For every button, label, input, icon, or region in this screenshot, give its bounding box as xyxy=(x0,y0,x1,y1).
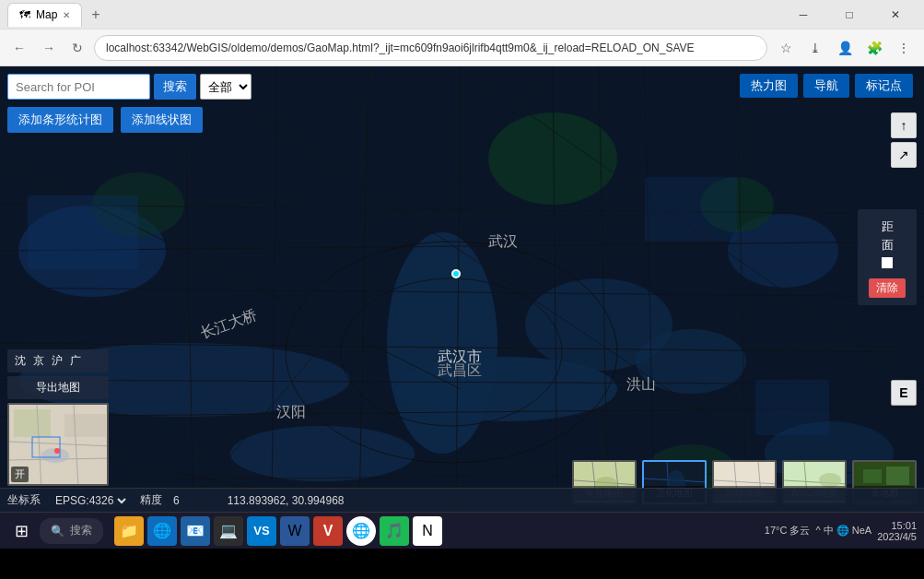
svg-text:长江大桥: 长江大桥 xyxy=(198,306,259,341)
svg-line-18 xyxy=(184,66,193,512)
svg-text:武汉: 武汉 xyxy=(488,233,518,249)
svg-text:洪山: 洪山 xyxy=(626,376,656,392)
compass-button[interactable]: E xyxy=(891,380,917,406)
browser-chrome: 🗺 Map ✕ + ─ □ ✕ ← → ↻ ☆ ⤓ 👤 🧩 ⋮ xyxy=(0,0,924,66)
map-marker[interactable] xyxy=(451,269,461,278)
taskbar-icon-file[interactable]: 📁 xyxy=(114,516,144,546)
tab-title: Map xyxy=(36,8,57,21)
svg-point-3 xyxy=(230,426,415,481)
taskbar-app-icons: 📁 🌐 📧 💻 VS W V 🌐 🎵 N xyxy=(114,516,442,546)
layer-switcher: 沈 京 沪 广 xyxy=(7,349,109,372)
taskbar-icon-word[interactable]: W xyxy=(280,516,310,546)
top-nav-buttons: 热力图 导航 标记点 xyxy=(740,74,913,98)
crs-select[interactable]: EPSG:4326 EPSG:3857 xyxy=(52,493,129,508)
taskbar-icon-vscode[interactable]: VS xyxy=(247,516,276,546)
download-icon[interactable]: ⤓ xyxy=(802,35,828,61)
svg-point-79 xyxy=(54,448,60,454)
start-btn[interactable]: ⊞ xyxy=(7,517,36,545)
indicator-square xyxy=(882,257,893,268)
refresh-btn[interactable]: ↻ xyxy=(66,37,88,59)
taskbar: ⊞ 🔍 搜索 📁 🌐 📧 💻 VS W V 🌐 🎵 N 17°C 多云 ^ 中 … xyxy=(0,512,924,549)
taskbar-icon-v[interactable]: V xyxy=(313,516,343,546)
tab-favicon: 🗺 xyxy=(19,8,30,21)
svg-point-9 xyxy=(488,112,617,205)
profile-icon[interactable]: 👤 xyxy=(832,35,858,61)
poi-filter-select[interactable]: 全部 餐饮 酒店 景点 xyxy=(200,74,251,100)
taskbar-clock[interactable]: 15:01 2023/4/5 xyxy=(877,520,917,542)
taskbar-search-icon: 🔍 xyxy=(51,525,64,538)
precision-label: 精度 xyxy=(140,492,162,508)
svg-rect-42 xyxy=(645,177,737,242)
heatmap-btn[interactable]: 热力图 xyxy=(740,74,798,98)
svg-rect-41 xyxy=(28,195,138,269)
clear-btn[interactable]: 清除 xyxy=(869,278,906,298)
map-svg-layer: 武汉市 武昌区 长江大桥 武汉 汉阳 洪山 xyxy=(0,66,924,512)
area-label: 面 xyxy=(869,237,906,254)
svg-rect-72 xyxy=(64,414,106,437)
maximize-btn[interactable]: □ xyxy=(828,2,871,28)
layer-shenyang[interactable]: 沈 xyxy=(15,353,26,369)
svg-rect-66 xyxy=(863,469,882,483)
map-container[interactable]: 武汉市 武昌区 长江大桥 武汉 汉阳 洪山 热力图 导航 标记点 搜索 全部 餐… xyxy=(0,66,924,512)
search-bar: 搜索 全部 餐饮 酒店 景点 xyxy=(7,74,251,100)
fullscreen-btn[interactable]: ↗ xyxy=(891,142,917,168)
window-controls: ─ □ ✕ xyxy=(782,2,917,28)
taskbar-right: 17°C 多云 ^ 中 🌐 NeA 15:01 2023/4/5 xyxy=(765,520,917,542)
search-submit-btn[interactable]: 搜索 xyxy=(154,74,196,100)
north-btn[interactable]: ↑ xyxy=(891,112,917,138)
export-map-btn[interactable]: 导出地图 xyxy=(7,376,109,399)
browser-toolbar: ← → ↻ ☆ ⤓ 👤 🧩 ⋮ xyxy=(0,30,924,66)
taskbar-icon-notion[interactable]: N xyxy=(413,516,442,546)
left-bottom-panel: 沈 京 沪 广 导出地图 开 xyxy=(7,349,109,486)
back-btn[interactable]: ← xyxy=(7,37,31,59)
precision-value: 6 xyxy=(173,494,180,507)
svg-text:武昌区: 武昌区 xyxy=(438,362,482,378)
mini-map-toggle-btn[interactable]: 开 xyxy=(11,467,29,482)
map-status-bar: 坐标系 EPSG:4326 EPSG:3857 精度 6 113.893962,… xyxy=(0,488,924,512)
new-tab-btn[interactable]: + xyxy=(86,5,105,25)
date-display: 2023/4/5 xyxy=(877,531,917,542)
minimize-btn[interactable]: ─ xyxy=(782,2,825,28)
layer-beijing[interactable]: 京 xyxy=(33,353,44,369)
toolbar-icons: ☆ ⤓ 👤 🧩 ⋮ xyxy=(773,35,917,61)
svg-rect-67 xyxy=(886,467,909,485)
taskbar-icon-mail[interactable]: 📧 xyxy=(181,516,210,546)
poi-search-input[interactable] xyxy=(7,74,150,100)
layer-shanghai[interactable]: 沪 xyxy=(52,353,63,369)
address-bar[interactable] xyxy=(94,35,767,61)
layer-guangzhou[interactable]: 广 xyxy=(70,353,81,369)
time-display: 15:01 xyxy=(877,520,917,531)
forward-btn[interactable]: → xyxy=(37,37,61,59)
extensions-icon[interactable]: 🧩 xyxy=(861,35,887,61)
coordinates-display: 113.893962, 30.994968 xyxy=(228,494,345,507)
svg-line-22 xyxy=(737,66,746,512)
close-btn[interactable]: ✕ xyxy=(874,2,917,28)
svg-text:汉阳: 汉阳 xyxy=(276,404,306,419)
taskbar-icon-code[interactable]: 💻 xyxy=(214,516,243,546)
weather-display: 17°C 多云 xyxy=(765,524,811,538)
svg-line-34 xyxy=(645,66,654,512)
right-map-controls: ↑ ↗ xyxy=(891,112,917,168)
action-bar: 添加条形统计图 添加线状图 xyxy=(7,107,203,133)
browser-titlebar: 🗺 Map ✕ + ─ □ ✕ xyxy=(0,0,924,30)
distance-label: 距 xyxy=(869,219,906,235)
svg-rect-71 xyxy=(14,409,51,437)
navigation-btn[interactable]: 导航 xyxy=(803,74,849,98)
add-bar-chart-btn[interactable]: 添加条形统计图 xyxy=(7,107,113,133)
marker-btn[interactable]: 标记点 xyxy=(855,74,913,98)
system-tray[interactable]: ^ 中 🌐 NeA xyxy=(815,524,871,538)
tab-close-btn[interactable]: ✕ xyxy=(63,10,70,20)
more-icon[interactable]: ⋮ xyxy=(891,35,917,61)
taskbar-search-box[interactable]: 🔍 搜索 xyxy=(40,518,103,544)
svg-rect-43 xyxy=(755,380,829,435)
taskbar-icon-edge[interactable]: 🌐 xyxy=(147,516,177,546)
distance-area-panel: 距 面 清除 xyxy=(858,209,917,305)
taskbar-icon-chrome[interactable]: 🌐 xyxy=(346,516,376,546)
mini-map[interactable]: 开 xyxy=(7,403,109,486)
bookmark-star-icon[interactable]: ☆ xyxy=(773,35,799,61)
taskbar-search-label: 搜索 xyxy=(70,523,92,538)
active-tab[interactable]: 🗺 Map ✕ xyxy=(7,3,82,27)
taskbar-icon-music[interactable]: 🎵 xyxy=(380,516,409,546)
crs-prefix: 坐标系 xyxy=(7,492,41,508)
add-line-chart-btn[interactable]: 添加线状图 xyxy=(121,107,203,133)
